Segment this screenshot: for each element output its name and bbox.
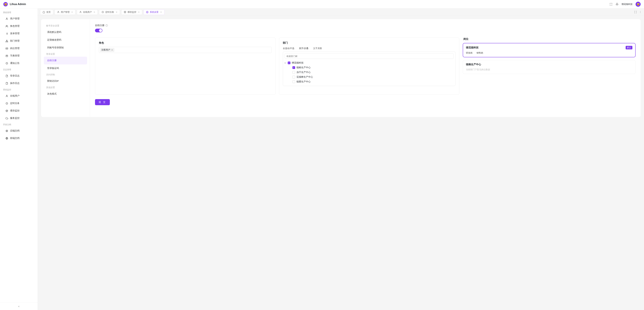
svg-point-20 bbox=[6, 130, 8, 132]
sidebar-item-label: 菜单管理 bbox=[10, 32, 20, 35]
user-name[interactable]: 狸花猫科技 bbox=[622, 3, 632, 6]
settings-nav-item[interactable]: 系统默认密码 bbox=[44, 28, 87, 36]
fullscreen-icon[interactable] bbox=[610, 3, 612, 6]
close-icon[interactable]: ✕ bbox=[94, 11, 95, 13]
dept-tree-node-label[interactable]: 猫窝生产中心 bbox=[296, 80, 311, 83]
bell-icon[interactable] bbox=[616, 3, 618, 6]
settings-nav-item[interactable]: 同账号登录限制 bbox=[44, 44, 87, 52]
sidebar-group-title: 系统管理 bbox=[0, 10, 38, 15]
close-icon[interactable]: ✕ bbox=[71, 11, 73, 13]
tab[interactable]: 系统设置✕ bbox=[144, 10, 164, 15]
sidebar: 系统管理用户管理角色管理菜单管理部门管理岗位管理字典管理通知公告日志管理登录日志… bbox=[0, 9, 38, 310]
sidebar-item[interactable]: 后端文档 bbox=[0, 127, 38, 135]
dept-checkbox[interactable]: ✓ bbox=[292, 66, 295, 69]
role-tag-label: 访客用户 bbox=[102, 49, 110, 51]
tab[interactable]: 在线用户✕ bbox=[77, 10, 98, 15]
dept-tree-search[interactable] bbox=[286, 54, 452, 59]
svg-point-29 bbox=[640, 11, 641, 12]
dept-checkbox[interactable] bbox=[292, 76, 295, 78]
sidebar-item-label: 通知公告 bbox=[10, 62, 20, 65]
close-icon[interactable]: ✕ bbox=[160, 11, 162, 13]
svg-rect-9 bbox=[6, 42, 6, 42]
submit-button[interactable]: 提 交 bbox=[95, 99, 110, 105]
tab[interactable]: 缓存监控✕ bbox=[121, 10, 142, 15]
avatar[interactable]: 🐱 bbox=[636, 2, 641, 7]
sidebar-item[interactable]: 通知公告 bbox=[0, 60, 38, 67]
tab-label: 系统设置 bbox=[150, 11, 158, 14]
sidebar-item[interactable]: 岗位管理 bbox=[0, 45, 38, 52]
sidebar-item[interactable]: 定时任务 bbox=[0, 100, 38, 107]
cube-icon bbox=[124, 11, 126, 13]
position-item[interactable]: 研发岗 bbox=[466, 51, 472, 55]
svg-point-17 bbox=[6, 95, 7, 96]
position-sub-card[interactable]: 狸花猫科技默认研发岗销售岗 bbox=[463, 43, 636, 57]
sidebar-item[interactable]: 操作日志 bbox=[0, 80, 38, 87]
sidebar-item[interactable]: 部门管理 bbox=[0, 37, 38, 45]
sidebar-item-label: 操作日志 bbox=[10, 82, 20, 85]
dept-checkbox[interactable] bbox=[292, 71, 295, 74]
sidebar-group-title: 开发文档 bbox=[0, 122, 38, 127]
sidebar-item-label: 服务监控 bbox=[10, 117, 20, 120]
sidebar-item[interactable]: 缓存监控 bbox=[0, 107, 38, 114]
clock-icon bbox=[102, 11, 104, 13]
dept-tree-node-label[interactable]: 猫粮生产中心 bbox=[296, 66, 311, 69]
user-icon bbox=[6, 18, 8, 20]
self-register-switch[interactable] bbox=[95, 29, 102, 32]
settings-nav-item[interactable]: 限制访问IP bbox=[44, 77, 87, 85]
position-card-title: 岗位 bbox=[463, 38, 636, 41]
settings-nav-title: 访问控制 bbox=[44, 72, 87, 77]
position-name: 猫粮生产中心 bbox=[466, 63, 481, 66]
remove-tag-icon[interactable]: ✕ bbox=[111, 49, 113, 51]
dept-checkbox[interactable] bbox=[292, 80, 295, 83]
sidebar-item[interactable]: 登录日志 bbox=[0, 72, 38, 80]
self-register-label: 自助注册 bbox=[95, 24, 104, 27]
ring-icon bbox=[6, 130, 8, 132]
settings-nav-item[interactable]: 灰色模式 bbox=[44, 90, 87, 98]
tab[interactable]: 用户管理✕ bbox=[54, 10, 76, 15]
sidebar-item[interactable]: 字典管理 bbox=[0, 52, 38, 60]
app-header: 🐱 Lihua Admin 狸花猫科技 🐱 bbox=[0, 0, 644, 9]
close-icon[interactable]: ✕ bbox=[138, 11, 140, 13]
dept-expand-all[interactable]: 展开/折叠 bbox=[299, 47, 308, 50]
dept-parent-link[interactable]: 父子关联 bbox=[313, 47, 322, 50]
dept-checkbox-root[interactable]: ✓ bbox=[288, 62, 290, 64]
role-icon bbox=[6, 25, 8, 28]
caret-down-icon[interactable]: ▾ bbox=[285, 62, 286, 64]
sidebar-item[interactable]: 服务监控 bbox=[0, 114, 38, 122]
doc-icon bbox=[6, 75, 8, 77]
home-icon bbox=[42, 11, 45, 13]
sidebar-item[interactable]: 角色管理 bbox=[0, 23, 38, 30]
svg-rect-8 bbox=[6, 40, 7, 41]
sidebar-collapse-toggle[interactable] bbox=[0, 302, 38, 310]
tab-more-icon[interactable] bbox=[639, 11, 642, 13]
tab-label: 用户管理 bbox=[61, 11, 70, 14]
settings-nav-item[interactable]: 定期修改密码 bbox=[44, 36, 87, 44]
role-card: 角色 访客用户 ✕ bbox=[95, 38, 276, 95]
position-item[interactable]: 销售岗 bbox=[476, 51, 483, 55]
dept-tree-node-label[interactable]: 逗猫棒生产中心 bbox=[296, 76, 313, 79]
doc-icon bbox=[6, 82, 8, 85]
tab-expand-icon[interactable] bbox=[634, 11, 637, 13]
dept-tree-node-label[interactable]: 狸花猫科技 bbox=[292, 61, 304, 64]
sidebar-item[interactable]: 用户管理 bbox=[0, 15, 38, 23]
svg-point-28 bbox=[147, 12, 148, 13]
dept-tree-node-label[interactable]: 冻干生产中心 bbox=[296, 71, 311, 74]
sidebar-item[interactable]: 在线用户 bbox=[0, 92, 38, 100]
svg-rect-10 bbox=[7, 42, 8, 42]
tab[interactable]: 定时任务✕ bbox=[99, 10, 120, 15]
sidebar-item[interactable]: 前端文档 bbox=[0, 135, 38, 142]
position-sub-card[interactable]: 猫粮生产中心当前部门下暂无岗位数据 bbox=[463, 60, 636, 74]
settings-nav-item[interactable]: 登录验证码 bbox=[44, 64, 87, 72]
settings-nav-item[interactable]: 自助注册 bbox=[44, 57, 87, 64]
role-tag[interactable]: 访客用户 ✕ bbox=[100, 48, 114, 52]
sidebar-item[interactable]: 菜单管理 bbox=[0, 30, 38, 37]
sidebar-item-label: 在线用户 bbox=[10, 94, 20, 97]
help-icon[interactable]: ? bbox=[106, 24, 108, 27]
svg-point-1 bbox=[6, 25, 7, 26]
close-icon[interactable]: ✕ bbox=[116, 11, 118, 13]
tab[interactable]: 首页 bbox=[40, 10, 53, 15]
role-tag-input[interactable]: 访客用户 ✕ bbox=[99, 47, 272, 53]
dept-select-all[interactable]: 全选/全不选 bbox=[283, 47, 294, 50]
id-icon bbox=[6, 47, 8, 50]
svg-point-25 bbox=[80, 11, 81, 12]
